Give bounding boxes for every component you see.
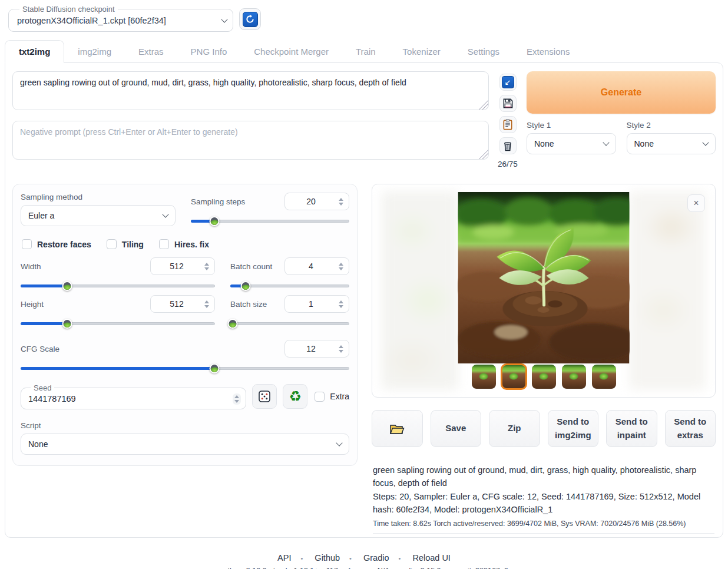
generated-image[interactable]: [458, 192, 630, 363]
clear-prompt-button[interactable]: [499, 137, 517, 154]
tab-tokenizer[interactable]: Tokenizer: [389, 41, 454, 62]
batch-count-label: Batch count: [230, 262, 272, 271]
style2-select[interactable]: None: [627, 133, 716, 154]
tab-png-info[interactable]: PNG Info: [177, 41, 241, 62]
height-input[interactable]: 512: [150, 295, 215, 313]
thumbnail-4[interactable]: [562, 365, 586, 389]
width-input[interactable]: 512: [150, 257, 215, 275]
negative-prompt-input[interactable]: [12, 121, 489, 160]
open-folder-button[interactable]: [372, 410, 423, 447]
save-button[interactable]: Save: [431, 410, 482, 447]
sampling-steps-slider[interactable]: [191, 216, 349, 226]
script-select[interactable]: None: [21, 434, 349, 455]
batch-count-slider[interactable]: [230, 281, 349, 290]
recycle-icon: ♻: [289, 389, 302, 403]
token-counter: 26/75: [498, 160, 518, 168]
result-gallery: ×: [372, 184, 716, 398]
stepper-icon[interactable]: [203, 263, 211, 270]
stepper-icon[interactable]: [203, 300, 211, 308]
seed-extra-checkbox[interactable]: Extra: [315, 392, 349, 402]
footer-link-reload-ui[interactable]: Reload UI: [412, 553, 450, 563]
generate-button[interactable]: Generate: [527, 71, 716, 114]
tab-txt2img[interactable]: txt2img: [5, 40, 64, 63]
clipboard-icon: [502, 119, 513, 130]
thumbnail-2-selected[interactable]: [502, 365, 526, 389]
height-slider[interactable]: [21, 319, 215, 328]
thumbnail-5[interactable]: [592, 365, 616, 389]
batch-size-input[interactable]: 1: [284, 295, 349, 313]
txt2img-panel: green sapling rowing out of ground, mud,…: [5, 62, 723, 538]
refresh-checkpoints-button[interactable]: [239, 8, 261, 30]
tab-extras[interactable]: Extras: [125, 41, 177, 62]
generation-settings-panel: Sampling method Euler a Sampling steps 2…: [12, 184, 358, 466]
footer-versions: python: 3.10.6 • torch: 1.13.1+cu117 • x…: [0, 567, 728, 569]
tiling-checkbox[interactable]: Tiling: [107, 239, 144, 249]
checkbox-icon: [315, 392, 325, 402]
stepper-icon[interactable]: [337, 198, 345, 206]
sampling-method-label: Sampling method: [21, 193, 176, 201]
sampling-method-select[interactable]: Euler a: [21, 205, 176, 226]
checkbox-icon: [159, 239, 169, 249]
chevron-down-icon: [702, 139, 709, 145]
checkpoint-label: Stable Diffusion checkpoint: [19, 5, 118, 14]
stepper-icon[interactable]: [337, 263, 345, 270]
seed-label: Seed: [31, 383, 54, 392]
close-gallery-button[interactable]: ×: [687, 194, 705, 212]
chevron-down-icon: [162, 211, 168, 217]
prompt-input[interactable]: green sapling rowing out of ground, mud,…: [12, 71, 489, 110]
thumbnail-3[interactable]: [532, 365, 556, 389]
checkpoint-group: Stable Diffusion checkpoint protogenX34O…: [8, 5, 233, 32]
send-to-inpaint-button[interactable]: Send to inpaint: [606, 410, 657, 447]
checkbox-icon: [22, 239, 32, 249]
script-value: None: [28, 439, 48, 449]
thumbnail-strip: [372, 365, 715, 389]
checkpoint-bar: Stable Diffusion checkpoint protogenX34O…: [0, 5, 728, 32]
footer-link-api[interactable]: API: [277, 553, 291, 563]
width-label: Width: [21, 262, 41, 271]
sampling-steps-label: Sampling steps: [191, 197, 245, 206]
reuse-seed-button[interactable]: ♻: [283, 384, 307, 409]
save-style-button[interactable]: [499, 95, 517, 112]
result-performance-text: Time taken: 8.62s Torch active/reserved:…: [373, 520, 714, 534]
cfg-scale-input[interactable]: 12: [284, 340, 349, 358]
tab-img2img[interactable]: img2img: [64, 41, 125, 62]
zip-button[interactable]: Zip: [489, 410, 540, 447]
checkpoint-select[interactable]: protogenX34OfficialR_1.ckpt [60fe2f34]: [15, 15, 227, 27]
send-to-img2img-button[interactable]: Send to img2img: [548, 410, 599, 447]
stepper-icon[interactable]: [337, 345, 345, 353]
width-slider[interactable]: [21, 281, 215, 290]
output-actions: Save Zip Send to img2img Send to inpaint…: [372, 410, 716, 447]
send-to-extras-button[interactable]: Send to extras: [665, 410, 716, 447]
close-icon: ×: [693, 198, 699, 209]
footer-link-gradio[interactable]: Gradio: [363, 553, 389, 563]
refresh-icon: [243, 12, 258, 27]
stepper-icon[interactable]: [233, 393, 241, 405]
paste-params-button[interactable]: ↙: [499, 74, 517, 91]
style1-select[interactable]: None: [527, 133, 616, 154]
cfg-scale-label: CFG Scale: [21, 345, 59, 353]
style2-label: Style 2: [627, 121, 716, 130]
batch-size-slider[interactable]: [230, 319, 349, 328]
seed-input[interactable]: 1441787169: [26, 392, 241, 405]
cfg-scale-slider[interactable]: [21, 363, 349, 373]
tab-train[interactable]: Train: [342, 41, 389, 62]
output-column: ×: [372, 184, 716, 534]
stepper-icon[interactable]: [337, 300, 345, 308]
tab-checkpoint-merger[interactable]: Checkpoint Merger: [240, 41, 342, 62]
hires-fix-checkbox[interactable]: Hires. fix: [159, 239, 209, 249]
thumbnail-1[interactable]: [472, 365, 496, 389]
folder-icon: [389, 422, 405, 435]
sampling-steps-input[interactable]: 20: [284, 193, 349, 210]
batch-count-input[interactable]: 4: [284, 257, 349, 275]
floppy-disk-icon: [502, 98, 514, 109]
tab-settings[interactable]: Settings: [454, 41, 513, 62]
dice-icon: [258, 390, 271, 403]
restore-faces-checkbox[interactable]: Restore faces: [22, 239, 91, 249]
apply-style-button[interactable]: [499, 116, 517, 133]
tab-extensions[interactable]: Extensions: [513, 41, 583, 62]
generate-column: Generate Style 1 None Style 2 None: [527, 71, 716, 168]
footer-link-github[interactable]: Github: [315, 553, 340, 563]
chevron-down-icon: [221, 16, 227, 22]
random-seed-button[interactable]: [252, 384, 277, 409]
trash-icon: [502, 140, 513, 151]
